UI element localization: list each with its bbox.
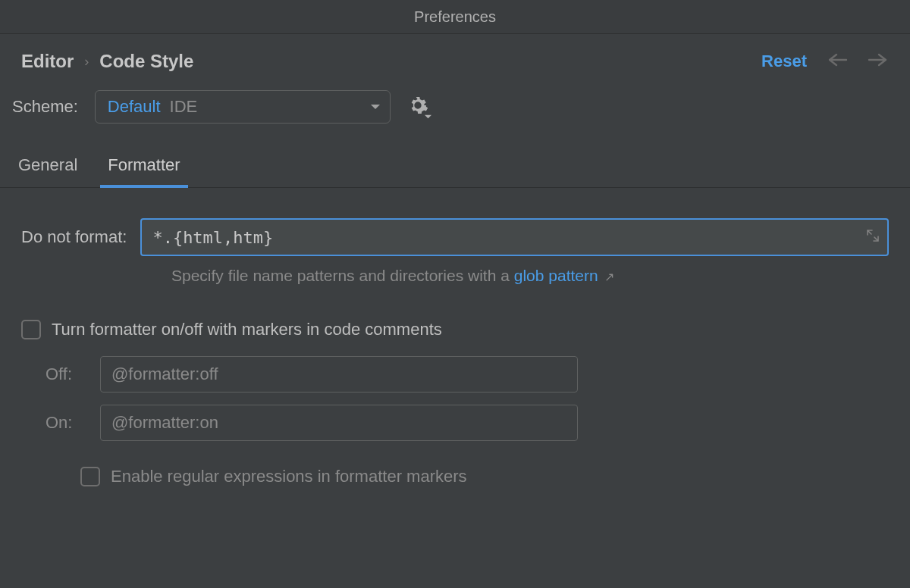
breadcrumb-parent[interactable]: Editor — [21, 51, 74, 72]
do-not-format-input-wrap — [140, 218, 889, 256]
scheme-select[interactable]: Default IDE — [95, 90, 391, 124]
gear-icon[interactable] — [407, 95, 428, 119]
scheme-row: Scheme: Default IDE — [0, 86, 910, 146]
hint-text: Specify file name patterns and directori… — [171, 267, 514, 284]
marker-off-label: Off: — [46, 364, 86, 384]
breadcrumb: Editor › Code Style — [21, 51, 193, 72]
nav-forward-icon[interactable] — [868, 52, 889, 70]
reset-button[interactable]: Reset — [761, 52, 807, 71]
scheme-badge: IDE — [170, 97, 198, 117]
do-not-format-hint: Specify file name patterns and directori… — [21, 256, 889, 285]
marker-on-input[interactable] — [100, 405, 578, 441]
tabs: General Formatter — [0, 146, 910, 188]
nav-back-icon[interactable] — [827, 52, 848, 70]
do-not-format-row: Do not format: — [21, 218, 889, 256]
marker-subfields: Off: On: Enable regular expressions in f… — [21, 339, 889, 486]
chevron-down-icon — [370, 100, 381, 114]
tab-formatter[interactable]: Formatter — [106, 146, 181, 187]
regex-toggle-checkbox[interactable] — [80, 467, 100, 486]
marker-on-label: On: — [46, 413, 86, 433]
chevron-right-icon: › — [84, 54, 89, 70]
formatter-panel: Do not format: Specify file name pattern… — [0, 188, 910, 486]
marker-on-row: On: — [46, 405, 889, 441]
tab-general[interactable]: General — [17, 146, 79, 187]
breadcrumb-current: Code Style — [99, 51, 193, 72]
header-row: Editor › Code Style Reset — [0, 34, 910, 86]
markers-toggle-row: Turn formatter on/off with markers in co… — [21, 285, 889, 339]
scheme-selected-value: Default — [108, 97, 161, 117]
markers-toggle-label: Turn formatter on/off with markers in co… — [52, 320, 442, 339]
marker-off-input[interactable] — [100, 356, 578, 393]
expand-icon[interactable] — [866, 229, 880, 246]
window-title: Preferences — [0, 0, 910, 34]
marker-off-row: Off: — [46, 356, 889, 393]
glob-pattern-link[interactable]: glob pattern — [514, 267, 598, 284]
scheme-label: Scheme: — [12, 97, 78, 117]
do-not-format-label: Do not format: — [21, 227, 127, 247]
external-link-icon: ↗ — [604, 271, 614, 283]
header-controls: Reset — [761, 52, 889, 71]
do-not-format-input[interactable] — [140, 218, 889, 256]
markers-toggle-checkbox[interactable] — [21, 320, 41, 339]
regex-toggle-label: Enable regular expressions in formatter … — [111, 467, 467, 486]
regex-toggle-row: Enable regular expressions in formatter … — [46, 453, 889, 486]
